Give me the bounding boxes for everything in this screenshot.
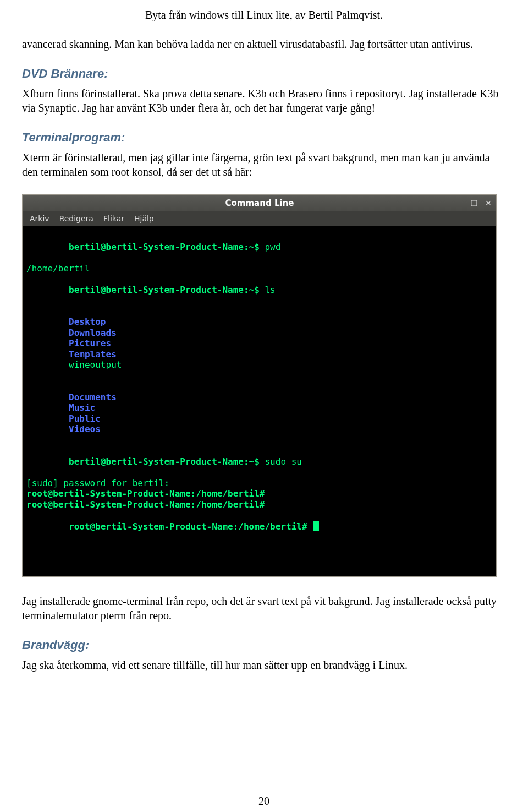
window-buttons: — ❐ ✕ bbox=[454, 198, 494, 209]
sudo-password-prompt: [sudo] password for bertil: bbox=[26, 478, 493, 489]
cursor-icon bbox=[314, 521, 319, 531]
prompt-root: root@bertil-System-Product-Name:/home/be… bbox=[26, 499, 493, 510]
heading-terminalprogram: Terminalprogram: bbox=[22, 130, 506, 145]
dvd-paragraph: Xfburn finns förinstallerat. Ska prova d… bbox=[22, 86, 506, 115]
page-number: 20 bbox=[0, 795, 528, 808]
close-icon[interactable]: ✕ bbox=[483, 198, 494, 209]
heading-dvd-brannare: DVD Brännare: bbox=[22, 67, 506, 81]
ls-downloads: Downloads bbox=[69, 328, 129, 339]
menu-flikar[interactable]: Flikar bbox=[103, 214, 124, 223]
terminal-title: Command Line bbox=[226, 198, 294, 208]
prompt-user: bertil@bertil-System-Product-Name:~$ bbox=[69, 456, 265, 467]
prompt-user: bertil@bertil-System-Product-Name:~$ bbox=[69, 242, 265, 252]
ls-templates: Templates bbox=[69, 349, 135, 360]
menu-arkiv[interactable]: Arkiv bbox=[30, 214, 50, 223]
terminal-paragraph: Xterm är förinstallerad, men jag gillar … bbox=[22, 150, 506, 179]
ls-videos: Videos bbox=[69, 424, 101, 434]
menu-hjalp[interactable]: Hjälp bbox=[134, 214, 154, 223]
terminal-titlebar: Command Line — ❐ ✕ bbox=[23, 195, 496, 211]
page-header-title: Byta från windows till Linux lite, av Be… bbox=[22, 9, 506, 21]
cmd-ls: ls bbox=[265, 285, 275, 295]
ls-music: Music bbox=[69, 402, 129, 413]
ls-wineoutput: wineoutput bbox=[69, 359, 122, 370]
maximize-icon[interactable]: ❐ bbox=[469, 198, 480, 209]
cmd-sudo-su: sudo su bbox=[265, 456, 301, 467]
terminal-body[interactable]: bertil@bertil-System-Product-Name:~$ pwd… bbox=[23, 226, 496, 576]
ls-desktop: Desktop bbox=[69, 317, 129, 328]
terminal-after-paragraph: Jag installerade gnome-terminal från rep… bbox=[22, 594, 506, 623]
minimize-icon[interactable]: — bbox=[454, 198, 465, 209]
terminal-menubar: Arkiv Redigera Flikar Hjälp bbox=[23, 211, 496, 226]
terminal-window: Command Line — ❐ ✕ Arkiv Redigera Flikar… bbox=[22, 194, 497, 577]
heading-brandvagg: Brandvägg: bbox=[22, 638, 506, 652]
ls-public: Public bbox=[69, 413, 129, 424]
menu-redigera[interactable]: Redigera bbox=[59, 214, 94, 223]
output-pwd: /home/bertil bbox=[26, 263, 493, 274]
intro-paragraph: avancerad skanning. Man kan behöva ladda… bbox=[22, 37, 506, 51]
cmd-pwd: pwd bbox=[265, 242, 280, 252]
firewall-paragraph: Jag ska återkomma, vid ett senare tillfä… bbox=[22, 658, 506, 672]
ls-documents: Documents bbox=[69, 392, 129, 403]
prompt-root: root@bertil-System-Product-Name:/home/be… bbox=[26, 488, 493, 499]
prompt-root: root@bertil-System-Product-Name:/home/be… bbox=[69, 521, 312, 532]
ls-pictures: Pictures bbox=[69, 338, 129, 349]
prompt-user: bertil@bertil-System-Product-Name:~$ bbox=[69, 285, 265, 295]
